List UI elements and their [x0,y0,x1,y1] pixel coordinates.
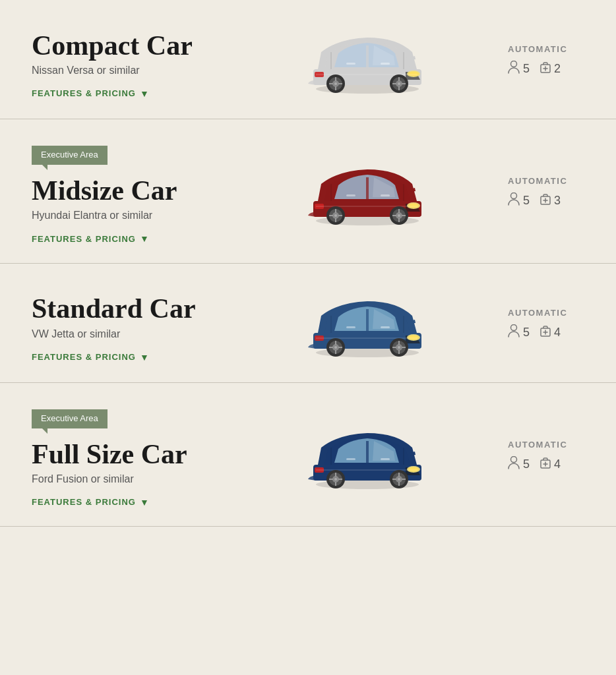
passenger-number: 5 [523,194,530,208]
features-pricing-link[interactable]: FEATURES & PRICING ▼ [32,233,150,244]
svg-point-101 [334,478,337,481]
svg-point-32 [408,203,419,208]
luggage-count: 4 [540,325,561,340]
luggage-icon [540,457,551,472]
person-icon [508,456,520,473]
executive-badge: Executive Area [32,409,108,428]
passenger-count: 5 [508,456,530,473]
features-pricing-label: FEATURES & PRICING [32,497,136,507]
card-left: Compact Car Nissan Versa or similar FEAT… [32,22,243,100]
car-subtitle: Ford Fusion or similar [32,473,243,485]
transmission-label: AUTOMATIC [508,176,584,186]
car-subtitle: Nissan Versa or similar [32,65,243,76]
passenger-count: 5 [508,61,530,77]
svg-point-4 [408,72,419,76]
svg-rect-106 [381,458,390,460]
svg-point-80 [511,324,517,330]
svg-point-65 [398,346,400,349]
car-specs: AUTOMATIC 5 [492,440,584,473]
luggage-count: 2 [540,61,561,76]
car-image [295,285,440,364]
car-title: Midsize Car [32,175,243,206]
svg-rect-50 [381,194,390,196]
features-pricing-link[interactable]: FEATURES & PRICING ▼ [32,352,150,363]
car-specs: AUTOMATIC 5 [492,308,584,341]
passenger-number: 5 [523,62,530,76]
transmission-label: AUTOMATIC [508,44,584,54]
svg-rect-51 [346,194,355,196]
transmission-label: AUTOMATIC [508,308,584,318]
luggage-number: 3 [554,194,561,208]
executive-badge: Executive Area [32,146,108,165]
luggage-icon [540,325,551,340]
features-pricing-label: FEATURES & PRICING [32,234,136,244]
car-list: Compact Car Nissan Versa or similar FEAT… [0,0,616,527]
car-specs: AUTOMATIC 5 [492,44,584,77]
car-card-compact-car: Compact Car Nissan Versa or similar FEAT… [0,0,616,119]
svg-rect-78 [381,326,390,328]
svg-point-37 [398,214,400,217]
svg-rect-2 [366,45,369,67]
svg-point-24 [511,61,517,67]
svg-point-108 [511,456,517,462]
svg-point-93 [398,478,400,481]
car-specs: AUTOMATIC 5 [492,176,584,209]
svg-rect-23 [346,63,355,65]
svg-point-9 [398,82,400,85]
svg-rect-30 [366,177,369,199]
svg-rect-107 [346,458,355,460]
svg-point-52 [511,192,517,198]
svg-point-60 [408,335,419,339]
car-image [295,153,440,232]
card-left: Executive Area Midsize Car Hyundai Elant… [32,140,243,245]
spec-row: 5 4 [508,456,584,473]
spec-row: 5 2 [508,61,584,77]
svg-point-73 [334,346,337,349]
chevron-down-icon: ▼ [140,352,150,363]
svg-rect-86 [366,441,369,463]
svg-rect-58 [366,309,369,331]
passenger-number: 5 [523,457,530,471]
car-subtitle: Hyundai Elantra or similar [32,210,243,221]
card-inner: Executive Area Midsize Car Hyundai Elant… [32,140,584,245]
card-inner: Compact Car Nissan Versa or similar FEAT… [32,21,584,100]
svg-point-45 [334,214,337,217]
person-icon [508,192,520,209]
passenger-count: 5 [508,192,530,209]
luggage-icon [540,193,551,208]
chevron-down-icon: ▼ [140,497,150,508]
svg-point-17 [334,82,337,85]
car-title: Full Size Car [32,439,243,469]
person-icon [508,61,520,77]
luggage-number: 4 [554,326,561,339]
car-card-standard-car: Standard Car VW Jetta or similar FEATURE… [0,264,616,383]
car-title: Standard Car [32,293,243,324]
luggage-count: 4 [540,457,561,472]
passenger-number: 5 [523,326,530,339]
features-pricing-label: FEATURES & PRICING [32,352,136,362]
spec-row: 5 3 [508,192,584,209]
car-subtitle: VW Jetta or similar [32,328,243,340]
car-image [295,417,440,496]
car-card-full-size-car: Executive Area Full Size Car Ford Fusion… [0,383,616,527]
passenger-count: 5 [508,324,530,341]
luggage-number: 4 [554,457,561,471]
chevron-down-icon: ▼ [140,233,150,244]
card-left: Standard Car VW Jetta or similar FEATURE… [32,285,243,363]
features-pricing-link[interactable]: FEATURES & PRICING ▼ [32,497,150,508]
transmission-label: AUTOMATIC [508,440,584,450]
svg-point-88 [408,467,419,471]
car-image [295,21,440,100]
svg-rect-79 [346,326,355,328]
chevron-down-icon: ▼ [140,88,150,99]
card-inner: Standard Car VW Jetta or similar FEATURE… [32,285,584,364]
features-pricing-link[interactable]: FEATURES & PRICING ▼ [32,88,150,99]
luggage-count: 3 [540,193,561,208]
spec-row: 5 4 [508,324,584,341]
svg-rect-22 [381,63,390,65]
luggage-number: 2 [554,62,561,76]
person-icon [508,324,520,341]
features-pricing-label: FEATURES & PRICING [32,88,136,98]
car-title: Compact Car [32,30,243,61]
car-card-midsize-car: Executive Area Midsize Car Hyundai Elant… [0,119,616,264]
